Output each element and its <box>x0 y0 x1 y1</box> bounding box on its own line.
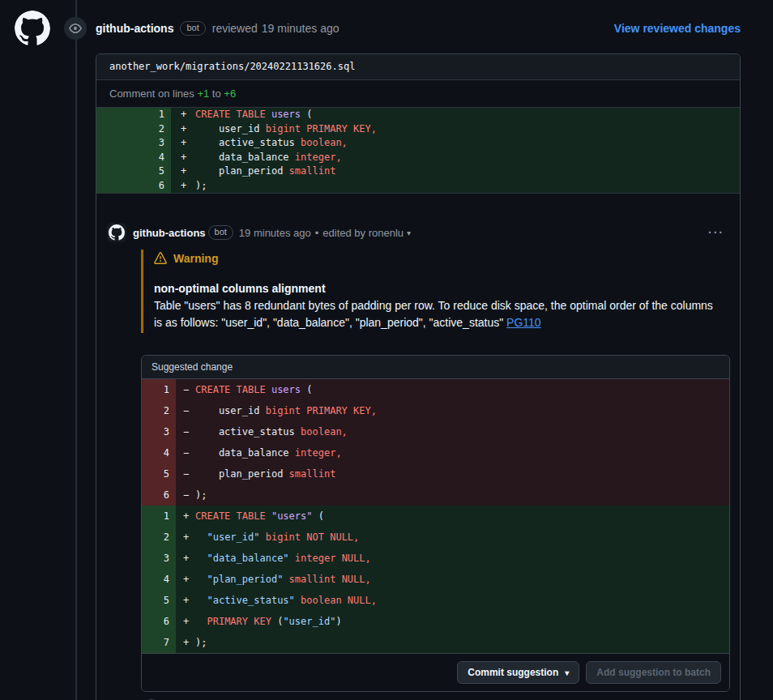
warning-body: Table "users" has 8 redundant bytes of p… <box>154 297 717 331</box>
code-token: data_balance <box>195 447 295 459</box>
diff-sign: + <box>181 136 195 151</box>
diff-sign: + <box>181 151 195 165</box>
bot-badge: bot <box>208 225 233 240</box>
code-token: ) <box>335 616 341 627</box>
comment-section: github-actions bot 19 minutes ago • edit… <box>96 223 740 700</box>
diff-sign: + <box>183 506 195 527</box>
code-token: boolean NULL, <box>301 595 377 606</box>
suggestion-footer: Commit suggestion ▾ Add suggestion to ba… <box>142 653 729 691</box>
review-timestamp[interactable]: 19 minutes ago <box>262 22 340 35</box>
code-token: smallint <box>289 468 336 480</box>
edited-by-toggle[interactable]: edited by ronenlu <box>322 227 404 239</box>
line-number: 1 <box>142 506 176 527</box>
code-token: bigint PRIMARY KEY, <box>266 405 377 416</box>
github-mark-icon <box>109 224 125 241</box>
code-token <box>259 531 265 543</box>
diff-line: 7+); <box>142 632 729 653</box>
review-author[interactable]: github-actions <box>96 22 173 35</box>
range-from: +1 <box>197 88 209 100</box>
code-token: integer, <box>295 447 342 459</box>
code-token: "users" <box>271 510 313 522</box>
line-number: 2 <box>142 400 176 421</box>
view-reviewed-changes-link[interactable]: View reviewed changes <box>614 22 741 35</box>
warning-label: Warning <box>173 252 218 265</box>
line-number: 5 <box>142 463 176 484</box>
diff-sign: + <box>181 108 195 122</box>
diff-line: 4+ data_balance integer, <box>96 151 740 165</box>
line-number: 3 <box>142 548 176 569</box>
code-line: + active_status boolean, <box>171 136 740 151</box>
line-number: 3 <box>96 136 171 151</box>
line-number: 6 <box>142 484 176 506</box>
code-token: boolean, <box>301 137 348 148</box>
diff-line: 5− plan_period smallint <box>142 463 729 484</box>
code-token: ( <box>271 616 283 627</box>
comment-body: Warning non-optimal columns alignment Ta… <box>141 250 730 700</box>
code-token: users <box>271 109 301 120</box>
code-line: − data_balance integer, <box>176 442 729 463</box>
code-token: active_status <box>195 137 301 148</box>
diff-line: 3+ "data_balance" integer NULL, <box>142 548 729 569</box>
code-token: integer NULL, <box>295 553 371 564</box>
comment-range: Comment on lines +1 to +6 <box>96 80 740 108</box>
code-line: −CREATE TABLE users ( <box>176 379 729 400</box>
diff-line: 4− data_balance integer, <box>142 442 729 463</box>
diff-line: 6+); <box>96 179 740 194</box>
code-line: + user_id bigint PRIMARY KEY, <box>171 122 740 137</box>
code-line: − user_id bigint PRIMARY KEY, <box>176 400 729 421</box>
code-token: user_id <box>195 405 266 416</box>
code-token: "user_id" <box>283 616 335 627</box>
code-token: CREATE TABLE <box>195 109 271 120</box>
code-token: bigint PRIMARY KEY, <box>266 123 377 134</box>
suggestion-deleted-block: 1−CREATE TABLE users (2− user_id bigint … <box>142 379 729 506</box>
diff-line: 5+ "active_status" boolean NULL, <box>142 590 729 611</box>
range-mid: to <box>212 88 221 100</box>
code-token: "plan_period" <box>207 574 283 585</box>
code-token <box>195 595 207 606</box>
code-token <box>283 574 288 585</box>
code-token: plan_period <box>195 468 289 480</box>
github-actions-avatar[interactable] <box>15 11 50 46</box>
warning-body-text: Table "users" has 8 redundant bytes of p… <box>154 299 713 329</box>
suggested-change-box: Suggested change 1−CREATE TABLE users (2… <box>141 355 730 692</box>
pg110-link[interactable]: PG110 <box>506 316 541 329</box>
code-line: + "data_balance" integer NULL, <box>176 548 729 569</box>
code-token <box>195 574 207 585</box>
line-number: 7 <box>142 632 176 653</box>
commit-suggestion-button[interactable]: Commit suggestion ▾ <box>457 661 579 684</box>
review-card: another_work/migrations/20240221131626.s… <box>96 53 741 700</box>
code-token: "user_id" <box>207 531 259 543</box>
line-number: 4 <box>142 569 176 590</box>
line-number: 5 <box>96 164 171 179</box>
diff-line: 4+ "plan_period" smallint NULL, <box>142 569 729 590</box>
code-line: − active_status boolean, <box>176 421 729 442</box>
diff-line: 1+CREATE TABLE "users" ( <box>142 506 729 527</box>
code-token: integer, <box>295 152 342 163</box>
line-number: 6 <box>142 611 176 632</box>
code-line: −); <box>176 484 729 506</box>
code-token: ); <box>195 637 207 648</box>
code-line: +CREATE TABLE users ( <box>171 108 740 122</box>
add-suggestion-to-batch-button[interactable]: Add suggestion to batch <box>586 661 721 684</box>
code-line: + "active_status" boolean NULL, <box>176 590 729 611</box>
file-path[interactable]: another_work/migrations/20240221131626.s… <box>96 54 740 80</box>
code-token: ( <box>313 510 324 522</box>
kebab-menu-icon[interactable]: ··· <box>708 226 724 239</box>
code-token <box>295 595 301 606</box>
comment-timestamp[interactable]: 19 minutes ago <box>239 227 311 239</box>
line-number: 6 <box>96 179 171 194</box>
comment-author[interactable]: github-actions <box>133 227 206 239</box>
diff-line: 5+ plan_period smallint <box>96 164 740 179</box>
code-token <box>195 531 207 543</box>
warning-label-row: Warning <box>154 252 730 265</box>
code-token: "data_balance" <box>207 553 288 564</box>
line-number: 4 <box>96 151 171 165</box>
chevron-down-icon[interactable]: ▾ <box>407 228 411 237</box>
line-number: 1 <box>96 108 171 122</box>
code-line: + plan_period smallint <box>171 164 740 179</box>
comment-avatar[interactable] <box>107 223 126 242</box>
diff-line: 3+ active_status boolean, <box>96 136 740 151</box>
line-number: 5 <box>142 590 176 611</box>
github-mark-icon <box>15 11 50 46</box>
code-token: boolean, <box>301 426 348 438</box>
